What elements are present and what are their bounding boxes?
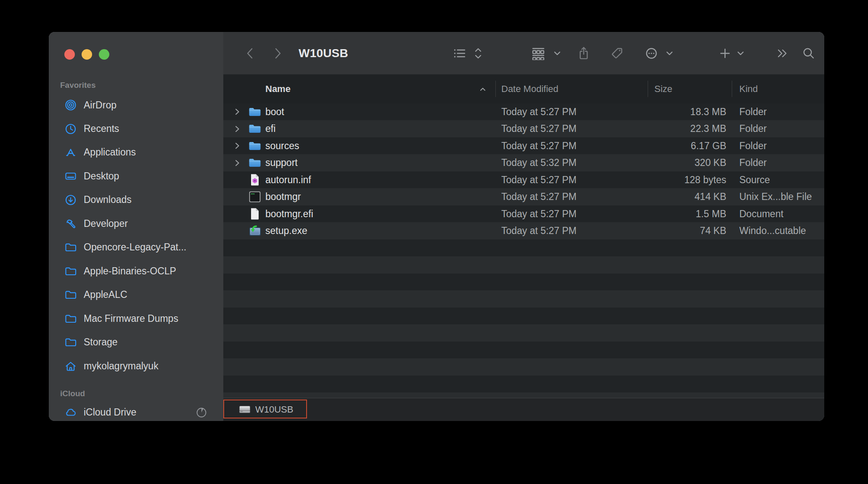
- file-size: 74 KB: [581, 223, 726, 240]
- sidebar-item-recents[interactable]: Recents: [55, 119, 219, 138]
- file-kind: Folder: [739, 121, 767, 138]
- disclosure-chevron-icon[interactable]: [235, 126, 242, 132]
- file-date: Today at 5:27 PM: [501, 189, 577, 206]
- folder-icon: [249, 139, 261, 152]
- file-row-bootmgr-efi[interactable]: bootmgr.efi Today at 5:27 PM 1.5 MB Docu…: [223, 205, 824, 223]
- windows-executable-icon: [249, 225, 261, 237]
- desktop-icon: [64, 170, 77, 183]
- column-header-kind[interactable]: Kind: [739, 74, 758, 103]
- file-row-bootmgr[interactable]: bootmgr Today at 5:27 PM 414 KB Unix Ex.…: [223, 189, 824, 206]
- file-date: Today at 5:27 PM: [501, 137, 577, 155]
- sidebar-item-home[interactable]: mykolagrymalyuk: [55, 357, 219, 376]
- volume-breadcrumb-item[interactable]: W10USB: [238, 398, 293, 421]
- sidebar-item-desktop[interactable]: Desktop: [55, 167, 219, 186]
- chevron-down-icon[interactable]: [736, 49, 745, 58]
- file-size: 6.17 GB: [581, 137, 726, 155]
- sidebar-item-label: Storage: [84, 337, 118, 348]
- folder-icon: [64, 336, 77, 349]
- file-size: 320 KB: [581, 155, 726, 172]
- add-icon[interactable]: [719, 47, 731, 59]
- clock-icon: [64, 122, 77, 136]
- list-view-icon[interactable]: [453, 47, 466, 60]
- disclosure-chevron-icon[interactable]: [235, 142, 242, 149]
- file-size: 414 KB: [581, 189, 726, 206]
- more-actions-icon[interactable]: [645, 47, 658, 60]
- disclosure-chevron-icon[interactable]: [235, 108, 242, 115]
- sidebar-item-opencore-legacy-patcher[interactable]: Opencore-Legacy-Pat...: [55, 238, 219, 257]
- hard-drive-icon: [238, 405, 251, 415]
- folder-icon: [64, 241, 77, 254]
- download-circle-icon: [64, 193, 77, 207]
- share-icon[interactable]: [577, 46, 590, 60]
- icloud-sync-progress-icon: [196, 407, 207, 418]
- sidebar-item-mac-firmware-dumps[interactable]: Mac Firmware Dumps: [55, 309, 219, 328]
- sidebar-item-applications[interactable]: Applications: [55, 143, 219, 162]
- sidebar-item-applealc[interactable]: AppleALC: [55, 285, 219, 304]
- document-icon: [249, 208, 261, 220]
- file-list: boot Today at 5:27 PM 18.3 MB Folder efi…: [223, 103, 824, 398]
- file-kind: Folder: [739, 137, 767, 155]
- column-header-size[interactable]: Size: [654, 74, 672, 103]
- tag-icon[interactable]: [610, 47, 624, 60]
- column-divider[interactable]: [648, 81, 648, 97]
- sort-stepper-icon[interactable]: [474, 47, 482, 60]
- back-button[interactable]: [245, 46, 254, 60]
- minimize-button[interactable]: [82, 49, 92, 60]
- search-icon[interactable]: [802, 47, 815, 60]
- sidebar-item-airdrop[interactable]: AirDrop: [55, 96, 219, 115]
- volume-label: W10USB: [255, 404, 293, 415]
- sidebar-item-label: Opencore-Legacy-Pat...: [84, 242, 186, 253]
- toolbar-overflow-icon[interactable]: [777, 47, 789, 60]
- sidebar-item-storage[interactable]: Storage: [55, 333, 219, 352]
- group-by-icon[interactable]: [531, 47, 545, 60]
- file-kind: Folder: [739, 155, 767, 172]
- file-row-efi[interactable]: efi Today at 5:27 PM 22.3 MB Folder: [223, 121, 824, 138]
- file-kind: Source: [739, 171, 770, 189]
- file-name: autorun.inf: [265, 171, 311, 189]
- sidebar-item-downloads[interactable]: Downloads: [55, 190, 219, 209]
- sidebar-item-label: Developer: [84, 218, 128, 229]
- chevron-down-icon[interactable]: [665, 49, 674, 58]
- sidebar-item-label: Desktop: [84, 171, 119, 182]
- finder-window: Favorites AirDrop Recents Applications D…: [49, 32, 824, 421]
- file-size: 18.3 MB: [581, 103, 726, 121]
- sort-ascending-icon: [479, 87, 487, 92]
- file-size: 22.3 MB: [581, 121, 726, 138]
- file-name: efi: [265, 121, 275, 138]
- close-button[interactable]: [64, 49, 75, 60]
- sidebar-item-label: mykolagrymalyuk: [84, 360, 159, 372]
- file-date: Today at 5:27 PM: [501, 223, 577, 240]
- column-header-date-modified[interactable]: Date Modified: [501, 74, 558, 103]
- file-row-boot[interactable]: boot Today at 5:27 PM 18.3 MB Folder: [223, 103, 824, 121]
- folder-icon: [249, 157, 261, 169]
- list-header: Name Date Modified Size Kind: [223, 74, 824, 104]
- file-row-sources[interactable]: sources Today at 5:27 PM 6.17 GB Folder: [223, 137, 824, 155]
- sidebar-item-apple-binaries-oclp[interactable]: Apple-Binaries-OCLP: [55, 262, 219, 281]
- sidebar-item-label: Applications: [84, 147, 136, 158]
- column-divider[interactable]: [732, 81, 732, 97]
- file-date: Today at 5:27 PM: [501, 121, 577, 138]
- file-row-setup-exe[interactable]: setup.exe Today at 5:27 PM 74 KB Windo..…: [223, 223, 824, 240]
- file-date: Today at 5:27 PM: [501, 103, 577, 121]
- status-bar: W10USB: [223, 398, 824, 421]
- file-row-support[interactable]: support Today at 5:32 PM 320 KB Folder: [223, 155, 824, 172]
- forward-button[interactable]: [273, 46, 283, 60]
- sidebar-item-icloud-drive[interactable]: iCloud Drive: [55, 403, 219, 421]
- column-header-name[interactable]: Name: [265, 74, 291, 103]
- disclosure-chevron-icon[interactable]: [235, 160, 242, 166]
- column-divider[interactable]: [495, 81, 496, 97]
- zoom-button[interactable]: [99, 49, 109, 60]
- folder-icon: [64, 265, 77, 278]
- chevron-down-icon[interactable]: [553, 49, 561, 58]
- cloud-icon: [64, 406, 77, 419]
- sidebar-item-label: iCloud Drive: [84, 407, 136, 418]
- file-size: 1.5 MB: [581, 205, 726, 223]
- sidebar-item-label: Downloads: [84, 194, 132, 205]
- sidebar-item-label: Recents: [84, 123, 119, 134]
- file-row-autorun-inf[interactable]: autorun.inf Today at 5:27 PM 128 bytes S…: [223, 171, 824, 189]
- sidebar-item-developer[interactable]: Developer: [55, 214, 219, 233]
- inf-source-file-icon: [249, 174, 261, 186]
- file-kind: Windo...cutable: [739, 223, 806, 240]
- file-name: sources: [265, 137, 299, 155]
- file-name: support: [265, 155, 298, 172]
